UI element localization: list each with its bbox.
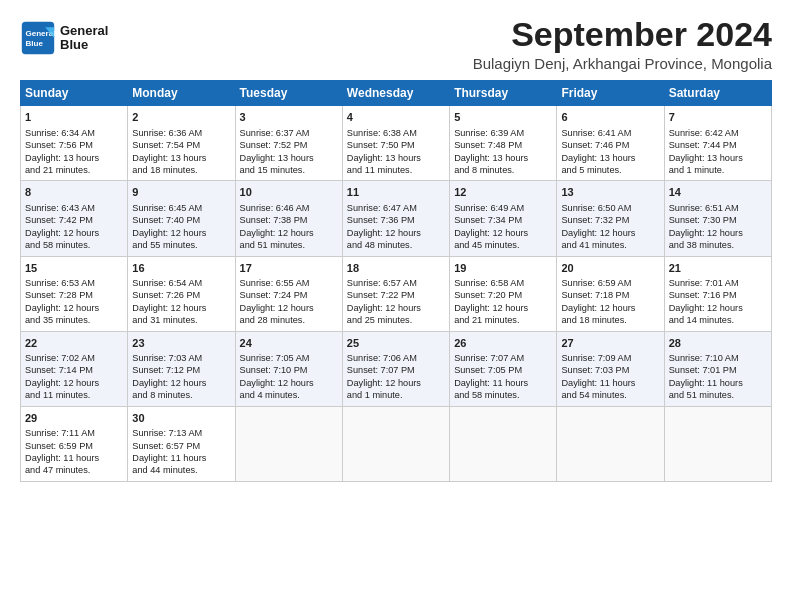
day-number: 1 (25, 110, 123, 125)
day-number: 17 (240, 261, 338, 276)
cell-details: Sunrise: 6:36 AMSunset: 7:54 PMDaylight:… (132, 127, 230, 177)
day-number: 8 (25, 185, 123, 200)
cell-details: Sunrise: 6:50 AMSunset: 7:32 PMDaylight:… (561, 202, 659, 252)
day-number: 15 (25, 261, 123, 276)
day-number: 20 (561, 261, 659, 276)
main-title: September 2024 (473, 16, 772, 53)
calendar-cell: 4Sunrise: 6:38 AMSunset: 7:50 PMDaylight… (342, 106, 449, 181)
day-number: 18 (347, 261, 445, 276)
col-header-monday: Monday (128, 81, 235, 106)
logo-line2: Blue (60, 38, 108, 52)
calendar-cell: 3Sunrise: 6:37 AMSunset: 7:52 PMDaylight… (235, 106, 342, 181)
calendar-cell: 6Sunrise: 6:41 AMSunset: 7:46 PMDaylight… (557, 106, 664, 181)
calendar-cell: 19Sunrise: 6:58 AMSunset: 7:20 PMDayligh… (450, 256, 557, 331)
day-number: 4 (347, 110, 445, 125)
calendar-cell: 10Sunrise: 6:46 AMSunset: 7:38 PMDayligh… (235, 181, 342, 256)
day-number: 13 (561, 185, 659, 200)
day-number: 21 (669, 261, 767, 276)
calendar-cell (235, 406, 342, 481)
cell-details: Sunrise: 7:02 AMSunset: 7:14 PMDaylight:… (25, 352, 123, 402)
calendar-cell: 8Sunrise: 6:43 AMSunset: 7:42 PMDaylight… (21, 181, 128, 256)
day-number: 10 (240, 185, 338, 200)
cell-details: Sunrise: 6:47 AMSunset: 7:36 PMDaylight:… (347, 202, 445, 252)
calendar-cell: 26Sunrise: 7:07 AMSunset: 7:05 PMDayligh… (450, 331, 557, 406)
week-row-3: 15Sunrise: 6:53 AMSunset: 7:28 PMDayligh… (21, 256, 772, 331)
cell-details: Sunrise: 6:38 AMSunset: 7:50 PMDaylight:… (347, 127, 445, 177)
week-row-1: 1Sunrise: 6:34 AMSunset: 7:56 PMDaylight… (21, 106, 772, 181)
col-header-friday: Friday (557, 81, 664, 106)
cell-details: Sunrise: 6:42 AMSunset: 7:44 PMDaylight:… (669, 127, 767, 177)
cell-details: Sunrise: 7:13 AMSunset: 6:57 PMDaylight:… (132, 427, 230, 477)
cell-details: Sunrise: 6:37 AMSunset: 7:52 PMDaylight:… (240, 127, 338, 177)
week-row-2: 8Sunrise: 6:43 AMSunset: 7:42 PMDaylight… (21, 181, 772, 256)
calendar-cell: 18Sunrise: 6:57 AMSunset: 7:22 PMDayligh… (342, 256, 449, 331)
calendar-cell: 2Sunrise: 6:36 AMSunset: 7:54 PMDaylight… (128, 106, 235, 181)
cell-details: Sunrise: 7:10 AMSunset: 7:01 PMDaylight:… (669, 352, 767, 402)
cell-details: Sunrise: 7:06 AMSunset: 7:07 PMDaylight:… (347, 352, 445, 402)
col-header-thursday: Thursday (450, 81, 557, 106)
col-header-wednesday: Wednesday (342, 81, 449, 106)
calendar-cell: 7Sunrise: 6:42 AMSunset: 7:44 PMDaylight… (664, 106, 771, 181)
calendar-cell: 21Sunrise: 7:01 AMSunset: 7:16 PMDayligh… (664, 256, 771, 331)
calendar-cell (342, 406, 449, 481)
calendar-cell: 16Sunrise: 6:54 AMSunset: 7:26 PMDayligh… (128, 256, 235, 331)
day-number: 30 (132, 411, 230, 426)
subtitle: Bulagiyn Denj, Arkhangai Province, Mongo… (473, 55, 772, 72)
calendar-cell: 20Sunrise: 6:59 AMSunset: 7:18 PMDayligh… (557, 256, 664, 331)
cell-details: Sunrise: 6:41 AMSunset: 7:46 PMDaylight:… (561, 127, 659, 177)
calendar-cell: 22Sunrise: 7:02 AMSunset: 7:14 PMDayligh… (21, 331, 128, 406)
calendar-cell: 12Sunrise: 6:49 AMSunset: 7:34 PMDayligh… (450, 181, 557, 256)
day-number: 6 (561, 110, 659, 125)
calendar-cell: 24Sunrise: 7:05 AMSunset: 7:10 PMDayligh… (235, 331, 342, 406)
day-number: 27 (561, 336, 659, 351)
cell-details: Sunrise: 6:49 AMSunset: 7:34 PMDaylight:… (454, 202, 552, 252)
cell-details: Sunrise: 7:11 AMSunset: 6:59 PMDaylight:… (25, 427, 123, 477)
calendar-cell: 27Sunrise: 7:09 AMSunset: 7:03 PMDayligh… (557, 331, 664, 406)
cell-details: Sunrise: 7:07 AMSunset: 7:05 PMDaylight:… (454, 352, 552, 402)
calendar-cell: 1Sunrise: 6:34 AMSunset: 7:56 PMDaylight… (21, 106, 128, 181)
cell-details: Sunrise: 6:39 AMSunset: 7:48 PMDaylight:… (454, 127, 552, 177)
cell-details: Sunrise: 6:45 AMSunset: 7:40 PMDaylight:… (132, 202, 230, 252)
day-number: 28 (669, 336, 767, 351)
calendar-cell: 9Sunrise: 6:45 AMSunset: 7:40 PMDaylight… (128, 181, 235, 256)
title-block: September 2024 Bulagiyn Denj, Arkhangai … (473, 16, 772, 72)
calendar-cell: 17Sunrise: 6:55 AMSunset: 7:24 PMDayligh… (235, 256, 342, 331)
day-number: 16 (132, 261, 230, 276)
logo-icon: General Blue (20, 20, 56, 56)
day-number: 14 (669, 185, 767, 200)
calendar-cell: 29Sunrise: 7:11 AMSunset: 6:59 PMDayligh… (21, 406, 128, 481)
cell-details: Sunrise: 7:01 AMSunset: 7:16 PMDaylight:… (669, 277, 767, 327)
header-row: SundayMondayTuesdayWednesdayThursdayFrid… (21, 81, 772, 106)
day-number: 19 (454, 261, 552, 276)
day-number: 12 (454, 185, 552, 200)
day-number: 3 (240, 110, 338, 125)
logo-line1: General (60, 24, 108, 38)
day-number: 22 (25, 336, 123, 351)
cell-details: Sunrise: 7:09 AMSunset: 7:03 PMDaylight:… (561, 352, 659, 402)
cell-details: Sunrise: 7:05 AMSunset: 7:10 PMDaylight:… (240, 352, 338, 402)
col-header-saturday: Saturday (664, 81, 771, 106)
cell-details: Sunrise: 6:43 AMSunset: 7:42 PMDaylight:… (25, 202, 123, 252)
day-number: 26 (454, 336, 552, 351)
day-number: 24 (240, 336, 338, 351)
day-number: 23 (132, 336, 230, 351)
day-number: 9 (132, 185, 230, 200)
day-number: 29 (25, 411, 123, 426)
header: General Blue General Blue September 2024… (20, 16, 772, 72)
day-number: 5 (454, 110, 552, 125)
calendar-cell (664, 406, 771, 481)
calendar-cell: 11Sunrise: 6:47 AMSunset: 7:36 PMDayligh… (342, 181, 449, 256)
logo: General Blue General Blue (20, 20, 108, 56)
cell-details: Sunrise: 6:34 AMSunset: 7:56 PMDaylight:… (25, 127, 123, 177)
cell-details: Sunrise: 6:58 AMSunset: 7:20 PMDaylight:… (454, 277, 552, 327)
col-header-tuesday: Tuesday (235, 81, 342, 106)
calendar-table: SundayMondayTuesdayWednesdayThursdayFrid… (20, 80, 772, 481)
calendar-cell (557, 406, 664, 481)
cell-details: Sunrise: 6:55 AMSunset: 7:24 PMDaylight:… (240, 277, 338, 327)
week-row-5: 29Sunrise: 7:11 AMSunset: 6:59 PMDayligh… (21, 406, 772, 481)
cell-details: Sunrise: 6:57 AMSunset: 7:22 PMDaylight:… (347, 277, 445, 327)
calendar-cell (450, 406, 557, 481)
page: General Blue General Blue September 2024… (0, 0, 792, 492)
calendar-cell: 25Sunrise: 7:06 AMSunset: 7:07 PMDayligh… (342, 331, 449, 406)
calendar-cell: 14Sunrise: 6:51 AMSunset: 7:30 PMDayligh… (664, 181, 771, 256)
